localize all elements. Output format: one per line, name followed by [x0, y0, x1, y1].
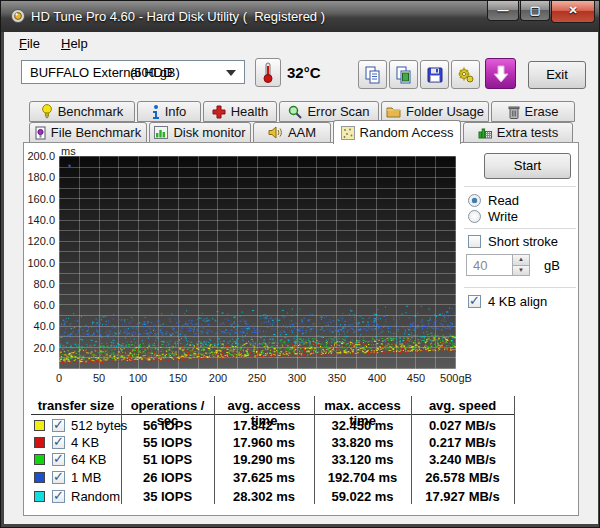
folder-icon [386, 105, 401, 118]
avg-access-value: 28.302 ms [214, 489, 314, 504]
max-access-value: 33.120 ms [314, 452, 411, 467]
series-color-swatch [34, 491, 45, 502]
x-tick-label: 250 [237, 372, 277, 384]
series-name: 1 MB [71, 470, 101, 485]
y-tick-label: 100.0 [19, 257, 55, 269]
avg-access-value: 19.290 ms [214, 452, 314, 467]
tab-label: Extra tests [497, 125, 558, 140]
spinner-down-icon[interactable]: ▼ [513, 265, 529, 275]
x-tick-label: 350 [317, 372, 357, 384]
max-access-value: 32.450 ms [314, 418, 411, 433]
avg-access-value: 17.960 ms [214, 435, 314, 450]
copy-text-button[interactable] [358, 60, 387, 89]
short-stroke-unit-label: gB [544, 258, 560, 273]
col-header-transfer-size: transfer size [31, 398, 121, 413]
short-stroke-checkbox[interactable] [468, 235, 481, 248]
short-stroke-size-spinner[interactable]: 40 ▲ ▼ [466, 254, 530, 276]
download-update-button[interactable] [485, 58, 516, 89]
benchmark-bulb-icon [41, 104, 53, 119]
options-button[interactable] [451, 60, 480, 89]
tab-label: AAM [288, 125, 316, 140]
maximize-button[interactable]: ▢ [520, 1, 550, 21]
y-tick-label: 160.0 [19, 193, 55, 205]
tab-disk-monitor[interactable]: Disk monitor [149, 122, 251, 143]
avg-speed-value: 0.027 MB/s [411, 418, 514, 433]
thermometer-icon [262, 62, 274, 83]
ops-value: 51 IOPS [121, 452, 214, 467]
ops-value: 35 IOPS [121, 489, 214, 504]
short-stroke-label: Short stroke [488, 234, 558, 249]
disk-monitor-chart-icon [154, 126, 168, 139]
read-radio[interactable] [468, 194, 481, 207]
avg-speed-value: 3.240 MB/s [411, 452, 514, 467]
x-tick-label: 300 [277, 372, 317, 384]
series-visible-checkbox[interactable] [52, 490, 65, 503]
exit-button[interactable]: Exit [528, 61, 586, 89]
max-access-value: 59.022 ms [314, 489, 411, 504]
menu-file[interactable]: File [11, 34, 48, 53]
tab-info[interactable]: Info [137, 101, 201, 122]
series-visible-checkbox[interactable] [52, 471, 65, 484]
temperature-value: 32°C [287, 64, 321, 81]
short-stroke-size-value: 40 [473, 258, 487, 273]
series-visible-checkbox[interactable] [52, 419, 65, 432]
save-button[interactable] [420, 60, 449, 89]
menu-help[interactable]: Help [53, 34, 96, 53]
copy-text-icon [364, 66, 382, 84]
title-bar[interactable]: HD Tune Pro 4.60 - Hard Disk Utility ( R… [1, 1, 600, 32]
series-name: 512 bytes [71, 418, 127, 433]
x-tick-label: 500gB [436, 372, 476, 384]
drive-select[interactable]: BUFFALO External HDD (500 gB) [21, 60, 245, 84]
tab-label: Random Access [360, 125, 454, 140]
divider [464, 228, 576, 229]
x-tick-label: 200 [198, 372, 238, 384]
tab-extra-tests[interactable]: Extra tests [463, 122, 573, 143]
avg-speed-value: 26.578 MB/s [411, 470, 514, 485]
series-color-swatch [34, 437, 45, 448]
copy-image-button[interactable] [389, 60, 418, 89]
tab-aam[interactable]: AAM [253, 122, 331, 143]
tab-label: Benchmark [58, 104, 124, 119]
y-tick-label: 20.0 [19, 342, 55, 354]
tab-file-benchmark[interactable]: File Benchmark [29, 122, 147, 143]
column-divider [514, 396, 515, 504]
ops-value: 26 IOPS [121, 470, 214, 485]
header-underline [31, 414, 514, 415]
minimize-button[interactable]: — [487, 1, 519, 21]
x-tick-label: 100 [118, 372, 158, 384]
temperature-button[interactable] [255, 58, 281, 87]
series-name: 64 KB [71, 452, 106, 467]
tab-health[interactable]: Health [203, 101, 277, 122]
tab-benchmark[interactable]: Benchmark [29, 101, 135, 122]
divider [464, 186, 576, 187]
window-title: HD Tune Pro 4.60 - Hard Disk Utility ( R… [31, 9, 325, 24]
align-4kb-label: 4 KB align [488, 294, 547, 309]
tab-label: Info [165, 104, 187, 119]
tab-folder-usage[interactable]: Folder Usage [381, 101, 489, 122]
start-button[interactable]: Start [484, 153, 571, 179]
trash-icon [508, 105, 520, 119]
write-label: Write [488, 209, 518, 224]
ops-value: 56 IOPS [121, 418, 214, 433]
close-button[interactable]: ✕ [551, 1, 595, 23]
read-label: Read [488, 193, 519, 208]
tab-label: File Benchmark [51, 125, 141, 140]
y-tick-label: 120.0 [19, 235, 55, 247]
y-tick-label: 60.0 [19, 299, 55, 311]
tab-random-access[interactable]: Random Access [333, 120, 461, 144]
x-tick-label: 400 [357, 372, 397, 384]
write-radio[interactable] [468, 210, 481, 223]
series-visible-checkbox[interactable] [52, 436, 65, 449]
extra-tests-icon [478, 126, 492, 139]
series-visible-checkbox[interactable] [52, 453, 65, 466]
download-arrow-icon [493, 65, 509, 83]
tab-erase[interactable]: Erase [491, 101, 575, 122]
spinner-up-icon[interactable]: ▲ [513, 255, 529, 265]
tab-error-scan[interactable]: Error Scan [279, 101, 379, 122]
hd-tune-window: HD Tune Pro 4.60 - Hard Disk Utility ( R… [0, 0, 600, 528]
y-tick-label: 40.0 [19, 320, 55, 332]
align-4kb-checkbox[interactable] [468, 295, 481, 308]
max-access-value: 192.704 ms [314, 470, 411, 485]
max-access-value: 33.820 ms [314, 435, 411, 450]
x-tick-label: 450 [396, 372, 436, 384]
